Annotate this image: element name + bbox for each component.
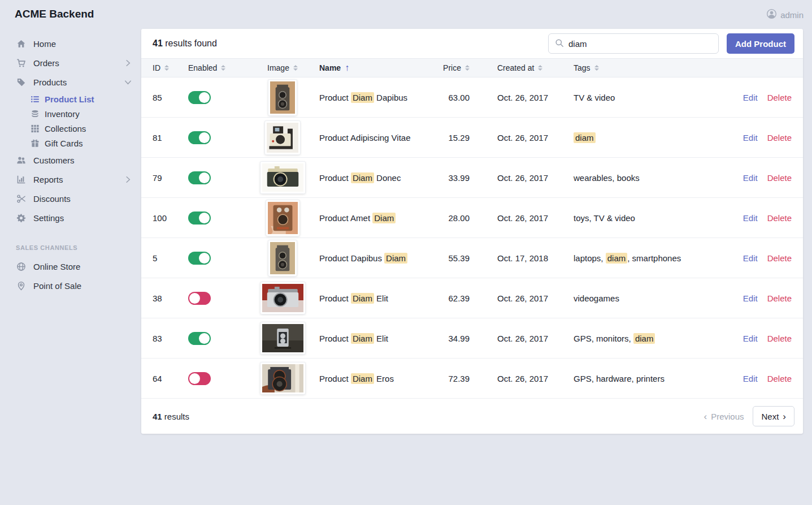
sidebar-item-customers[interactable]: Customers [0,150,141,170]
text-segment: Product [319,293,351,303]
edit-link[interactable]: Edit [743,293,758,303]
text-segment: Eros [374,374,394,383]
sidebar-item-label: Settings [33,213,64,223]
chevron-right-icon [124,175,132,184]
column-header-enabled[interactable]: Enabled [188,63,246,72]
text-segment: Dapibus [374,93,407,102]
sidebar-item-gift-cards[interactable]: Gift Cards [0,136,141,150]
delete-link[interactable]: Delete [767,133,792,143]
row-actions: EditDelete [743,133,792,143]
enabled-toggle-on[interactable] [188,332,211,345]
sidebar-item-label: Home [33,39,56,49]
text-segment: , smartphones [627,253,681,263]
product-tags: wearables, books [574,173,735,183]
edit-link[interactable]: Edit [743,253,758,263]
sidebar-item-label: Orders [33,58,59,68]
scissors-icon [16,193,26,204]
table-body: 85Product Diam Dapibus63.00Oct. 26, 2017… [141,77,803,399]
search-box [548,33,719,54]
enabled-toggle-on[interactable] [188,91,211,104]
toggle-knob [189,293,200,304]
product-list-card: 41 results found Add Product IDEnabledIm… [141,29,803,434]
text-segment: Donec [374,173,401,183]
enabled-cell [188,332,246,345]
edit-link[interactable]: Edit [743,213,758,223]
product-price: 62.39 [432,293,470,303]
enabled-toggle-on[interactable] [188,131,211,144]
highlighted-text: diam [606,253,628,264]
sidebar-item-products[interactable]: Products [0,72,141,92]
sort-icon [293,65,298,71]
add-product-button[interactable]: Add Product [727,33,794,54]
product-tags: GPS, monitors, diam [574,334,735,343]
enabled-toggle-off[interactable] [188,292,211,305]
created-at: Oct. 26, 2017 [470,334,574,343]
product-tags: laptops, diam, smartphones [574,253,735,263]
enabled-toggle-on[interactable] [188,212,211,225]
row-actions: EditDelete [743,173,792,183]
next-page-button[interactable]: Next › [753,406,794,426]
column-label: ID [153,63,160,72]
sidebar-item-label: Product List [45,94,94,104]
gear-icon [16,213,26,223]
sidebar-item-product-list[interactable]: Product List [0,92,141,106]
delete-link[interactable]: Delete [767,334,792,343]
text-segment: toys, TV & video [574,213,635,223]
product-image [268,240,297,276]
previous-label: Previous [711,412,744,421]
user-avatar-icon [766,8,777,21]
column-header-id[interactable]: ID [153,63,188,72]
user-menu[interactable]: admin [766,8,804,21]
column-header-tags[interactable]: Tags [574,63,735,72]
users-icon [16,155,26,165]
sidebar-item-discounts[interactable]: Discounts [0,189,141,208]
sidebar-item-home[interactable]: Home [0,34,141,53]
sidebar-item-point-of-sale[interactable]: Point of Sale [0,276,141,295]
edit-link[interactable]: Edit [743,133,758,143]
previous-page-link[interactable]: ‹ Previous [704,412,744,421]
sidebar-item-inventory[interactable]: Inventory [0,106,141,121]
image-cell [265,121,300,154]
enabled-toggle-on[interactable] [188,252,211,265]
edit-link[interactable]: Edit [743,173,758,183]
search-input[interactable] [568,39,712,49]
card-header: 41 results found Add Product [141,29,803,58]
toggle-knob [199,92,210,103]
delete-link[interactable]: Delete [767,293,792,303]
product-id: 64 [153,374,188,383]
column-header-name[interactable]: Name↑ [319,63,432,72]
enabled-toggle-off[interactable] [188,372,211,385]
product-image [260,282,305,314]
sidebar-item-label: Online Store [33,262,80,271]
delete-link[interactable]: Delete [767,374,792,383]
delete-link[interactable]: Delete [767,213,792,223]
sidebar-nav: HomeOrdersProductsProduct ListInventoryC… [0,34,141,295]
column-label: Price [443,63,461,72]
delete-link[interactable]: Delete [767,173,792,183]
sidebar-item-collections[interactable]: Collections [0,121,141,136]
text-segment: Product [319,334,351,343]
edit-link[interactable]: Edit [743,374,758,383]
sort-icon [465,65,470,71]
search-icon [555,38,564,49]
sidebar-item-reports[interactable]: Reports [0,170,141,189]
column-header-price[interactable]: Price [432,63,470,72]
text-segment: TV & video [574,93,615,102]
sidebar-item-settings[interactable]: Settings [0,208,141,227]
delete-link[interactable]: Delete [767,253,792,263]
enabled-toggle-on[interactable] [188,171,211,184]
chevron-right-icon: › [783,412,786,421]
enabled-cell [188,372,246,385]
sidebar-item-orders[interactable]: Orders [0,53,141,72]
delete-link[interactable]: Delete [767,93,792,102]
chart-icon [16,174,26,184]
column-header-created[interactable]: Created at [470,63,574,72]
created-at: Oct. 26, 2017 [470,173,574,183]
sidebar-item-online-store[interactable]: Online Store [0,257,141,276]
edit-link[interactable]: Edit [743,334,758,343]
product-image [268,80,297,115]
footer-results-label: results [164,412,189,421]
column-header-image[interactable]: Image [246,63,319,72]
row-actions: EditDelete [743,253,792,263]
edit-link[interactable]: Edit [743,93,758,102]
